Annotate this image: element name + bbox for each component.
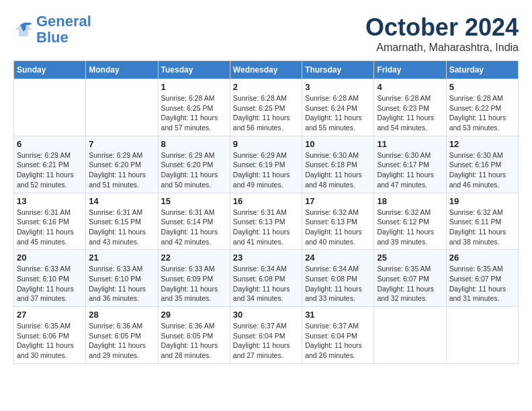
calendar-week-row: 13Sunrise: 6:31 AM Sunset: 6:16 PM Dayli… bbox=[14, 193, 519, 250]
day-number: 25 bbox=[377, 253, 443, 263]
calendar-cell: 25Sunrise: 6:35 AM Sunset: 6:07 PM Dayli… bbox=[374, 250, 446, 307]
day-info: Sunrise: 6:32 AM Sunset: 6:13 PM Dayligh… bbox=[305, 208, 371, 247]
calendar-cell: 14Sunrise: 6:31 AM Sunset: 6:15 PM Dayli… bbox=[86, 193, 158, 250]
day-number: 6 bbox=[17, 139, 83, 149]
day-number: 27 bbox=[17, 310, 83, 320]
col-header-monday: Monday bbox=[86, 61, 158, 79]
col-header-friday: Friday bbox=[374, 61, 446, 79]
calendar-cell: 27Sunrise: 6:35 AM Sunset: 6:06 PM Dayli… bbox=[14, 307, 86, 364]
calendar-cell: 23Sunrise: 6:34 AM Sunset: 6:08 PM Dayli… bbox=[230, 250, 302, 307]
day-number: 13 bbox=[17, 196, 83, 206]
calendar-cell bbox=[446, 307, 518, 364]
day-number: 19 bbox=[449, 196, 515, 206]
calendar-cell: 5Sunrise: 6:28 AM Sunset: 6:22 PM Daylig… bbox=[446, 79, 518, 136]
day-info: Sunrise: 6:32 AM Sunset: 6:12 PM Dayligh… bbox=[377, 208, 443, 247]
day-info: Sunrise: 6:30 AM Sunset: 6:17 PM Dayligh… bbox=[377, 150, 443, 190]
day-number: 16 bbox=[233, 196, 299, 206]
day-number: 21 bbox=[89, 253, 154, 263]
day-number: 4 bbox=[377, 82, 443, 92]
col-header-saturday: Saturday bbox=[446, 61, 518, 79]
calendar-cell: 28Sunrise: 6:36 AM Sunset: 6:05 PM Dayli… bbox=[86, 307, 158, 364]
day-info: Sunrise: 6:28 AM Sunset: 6:23 PM Dayligh… bbox=[377, 93, 443, 133]
day-number: 18 bbox=[377, 196, 443, 206]
day-info: Sunrise: 6:28 AM Sunset: 6:25 PM Dayligh… bbox=[233, 93, 299, 133]
day-info: Sunrise: 6:30 AM Sunset: 6:16 PM Dayligh… bbox=[449, 150, 515, 190]
calendar-cell: 7Sunrise: 6:29 AM Sunset: 6:20 PM Daylig… bbox=[86, 136, 158, 193]
day-info: Sunrise: 6:31 AM Sunset: 6:16 PM Dayligh… bbox=[17, 208, 83, 247]
day-info: Sunrise: 6:36 AM Sunset: 6:05 PM Dayligh… bbox=[89, 321, 154, 361]
day-number: 14 bbox=[89, 196, 154, 206]
day-info: Sunrise: 6:37 AM Sunset: 6:04 PM Dayligh… bbox=[305, 321, 371, 361]
day-number: 29 bbox=[161, 310, 227, 320]
day-number: 10 bbox=[305, 139, 371, 149]
calendar-header-row: SundayMondayTuesdayWednesdayThursdayFrid… bbox=[14, 61, 519, 79]
calendar-cell bbox=[14, 79, 86, 136]
calendar-cell: 2Sunrise: 6:28 AM Sunset: 6:25 PM Daylig… bbox=[230, 79, 302, 136]
calendar-cell: 9Sunrise: 6:29 AM Sunset: 6:19 PM Daylig… bbox=[230, 136, 302, 193]
col-header-thursday: Thursday bbox=[302, 61, 374, 79]
calendar-cell: 15Sunrise: 6:31 AM Sunset: 6:14 PM Dayli… bbox=[158, 193, 230, 250]
day-info: Sunrise: 6:35 AM Sunset: 6:07 PM Dayligh… bbox=[449, 264, 515, 304]
day-number: 28 bbox=[89, 310, 154, 320]
day-number: 2 bbox=[233, 82, 299, 92]
calendar-cell: 1Sunrise: 6:28 AM Sunset: 6:25 PM Daylig… bbox=[158, 79, 230, 136]
calendar-cell: 8Sunrise: 6:29 AM Sunset: 6:20 PM Daylig… bbox=[158, 136, 230, 193]
calendar-cell: 18Sunrise: 6:32 AM Sunset: 6:12 PM Dayli… bbox=[374, 193, 446, 250]
day-info: Sunrise: 6:31 AM Sunset: 6:13 PM Dayligh… bbox=[233, 208, 299, 247]
day-info: Sunrise: 6:32 AM Sunset: 6:11 PM Dayligh… bbox=[449, 208, 515, 247]
day-info: Sunrise: 6:29 AM Sunset: 6:20 PM Dayligh… bbox=[89, 150, 154, 190]
calendar-cell: 12Sunrise: 6:30 AM Sunset: 6:16 PM Dayli… bbox=[446, 136, 518, 193]
calendar-week-row: 20Sunrise: 6:33 AM Sunset: 6:10 PM Dayli… bbox=[14, 250, 519, 307]
calendar-cell: 10Sunrise: 6:30 AM Sunset: 6:18 PM Dayli… bbox=[302, 136, 374, 193]
calendar-cell: 22Sunrise: 6:33 AM Sunset: 6:09 PM Dayli… bbox=[158, 250, 230, 307]
title-block: October 2024 Amarnath, Maharashtra, Indi… bbox=[365, 13, 519, 54]
day-info: Sunrise: 6:28 AM Sunset: 6:25 PM Dayligh… bbox=[161, 93, 227, 133]
day-number: 7 bbox=[89, 139, 154, 149]
day-info: Sunrise: 6:35 AM Sunset: 6:06 PM Dayligh… bbox=[17, 321, 83, 361]
logo-text: General Blue bbox=[36, 13, 91, 46]
day-number: 3 bbox=[305, 82, 371, 92]
day-info: Sunrise: 6:31 AM Sunset: 6:15 PM Dayligh… bbox=[89, 208, 154, 247]
day-info: Sunrise: 6:29 AM Sunset: 6:20 PM Dayligh… bbox=[161, 150, 227, 190]
calendar-cell: 21Sunrise: 6:33 AM Sunset: 6:10 PM Dayli… bbox=[86, 250, 158, 307]
day-number: 17 bbox=[305, 196, 371, 206]
calendar-cell: 16Sunrise: 6:31 AM Sunset: 6:13 PM Dayli… bbox=[230, 193, 302, 250]
calendar-week-row: 27Sunrise: 6:35 AM Sunset: 6:06 PM Dayli… bbox=[14, 307, 519, 364]
day-info: Sunrise: 6:37 AM Sunset: 6:04 PM Dayligh… bbox=[233, 321, 299, 361]
calendar-cell: 31Sunrise: 6:37 AM Sunset: 6:04 PM Dayli… bbox=[302, 307, 374, 364]
page-header: General Blue October 2024 Amarnath, Maha… bbox=[13, 13, 519, 54]
day-info: Sunrise: 6:33 AM Sunset: 6:10 PM Dayligh… bbox=[17, 264, 83, 304]
day-number: 30 bbox=[233, 310, 299, 320]
day-number: 24 bbox=[305, 253, 371, 263]
calendar-cell: 19Sunrise: 6:32 AM Sunset: 6:11 PM Dayli… bbox=[446, 193, 518, 250]
calendar-cell: 29Sunrise: 6:36 AM Sunset: 6:05 PM Dayli… bbox=[158, 307, 230, 364]
calendar-cell: 4Sunrise: 6:28 AM Sunset: 6:23 PM Daylig… bbox=[374, 79, 446, 136]
day-number: 9 bbox=[233, 139, 299, 149]
day-number: 12 bbox=[449, 139, 515, 149]
day-info: Sunrise: 6:34 AM Sunset: 6:08 PM Dayligh… bbox=[233, 264, 299, 304]
location-title: Amarnath, Maharashtra, India bbox=[365, 42, 519, 54]
col-header-tuesday: Tuesday bbox=[158, 61, 230, 79]
calendar-cell: 30Sunrise: 6:37 AM Sunset: 6:04 PM Dayli… bbox=[230, 307, 302, 364]
calendar-cell: 3Sunrise: 6:28 AM Sunset: 6:24 PM Daylig… bbox=[302, 79, 374, 136]
logo: General Blue bbox=[13, 13, 91, 46]
day-number: 8 bbox=[161, 139, 227, 149]
day-number: 23 bbox=[233, 253, 299, 263]
calendar-table: SundayMondayTuesdayWednesdayThursdayFrid… bbox=[13, 60, 519, 364]
day-info: Sunrise: 6:28 AM Sunset: 6:22 PM Dayligh… bbox=[449, 93, 515, 133]
day-number: 1 bbox=[161, 82, 227, 92]
calendar-cell: 24Sunrise: 6:34 AM Sunset: 6:08 PM Dayli… bbox=[302, 250, 374, 307]
day-info: Sunrise: 6:31 AM Sunset: 6:14 PM Dayligh… bbox=[161, 208, 227, 247]
day-info: Sunrise: 6:33 AM Sunset: 6:09 PM Dayligh… bbox=[161, 264, 227, 304]
day-number: 26 bbox=[449, 253, 515, 263]
day-number: 22 bbox=[161, 253, 227, 263]
month-title: October 2024 bbox=[365, 13, 519, 42]
calendar-cell: 26Sunrise: 6:35 AM Sunset: 6:07 PM Dayli… bbox=[446, 250, 518, 307]
day-info: Sunrise: 6:35 AM Sunset: 6:07 PM Dayligh… bbox=[377, 264, 443, 304]
calendar-cell: 6Sunrise: 6:29 AM Sunset: 6:21 PM Daylig… bbox=[14, 136, 86, 193]
logo-icon bbox=[13, 19, 34, 40]
day-info: Sunrise: 6:28 AM Sunset: 6:24 PM Dayligh… bbox=[305, 93, 371, 133]
calendar-cell: 13Sunrise: 6:31 AM Sunset: 6:16 PM Dayli… bbox=[14, 193, 86, 250]
calendar-week-row: 1Sunrise: 6:28 AM Sunset: 6:25 PM Daylig… bbox=[14, 79, 519, 136]
day-info: Sunrise: 6:29 AM Sunset: 6:21 PM Dayligh… bbox=[17, 150, 83, 190]
